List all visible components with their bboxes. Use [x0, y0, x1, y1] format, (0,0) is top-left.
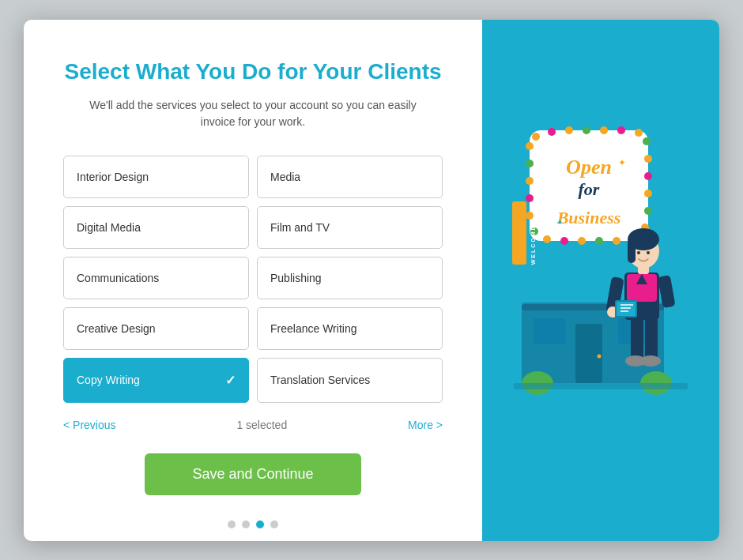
page-title: Select What You Do for Your Clients — [64, 59, 441, 85]
svg-point-5 — [600, 126, 608, 134]
svg-point-8 — [643, 137, 651, 145]
svg-point-45 — [640, 355, 661, 366]
save-continue-button[interactable]: Save and Continue — [145, 453, 360, 495]
svg-point-11 — [644, 190, 652, 197]
illustration: Open for Business ✦ ✦ WELCOME — [498, 122, 703, 438]
service-btn-creative-design[interactable]: Creative Design — [63, 307, 249, 350]
svg-rect-43 — [645, 316, 658, 359]
svg-point-2 — [548, 128, 556, 136]
svg-text:✦: ✦ — [556, 218, 563, 227]
svg-point-1 — [532, 133, 540, 141]
page-subtitle: We'll add the services you select to you… — [79, 97, 427, 130]
svg-point-37 — [598, 354, 602, 358]
service-btn-freelance-writing[interactable]: Freelance Writing — [257, 307, 443, 350]
svg-text:Business: Business — [556, 208, 621, 227]
service-btn-film-and-tv[interactable]: Film and TV — [257, 206, 443, 249]
svg-point-4 — [583, 126, 590, 134]
service-label-interior-design: Interior Design — [77, 171, 149, 183]
svg-text:Open: Open — [566, 156, 612, 179]
progress-dot-1 — [242, 521, 250, 528]
svg-point-10 — [644, 172, 652, 180]
selected-count: 1 selected — [236, 419, 287, 431]
svg-point-17 — [578, 237, 586, 245]
svg-point-9 — [644, 155, 652, 163]
service-label-media: Media — [270, 171, 300, 183]
svg-point-16 — [595, 237, 603, 245]
more-link[interactable]: More > — [408, 419, 443, 431]
navigation-row: < Previous 1 selected More > — [63, 419, 443, 431]
svg-point-56 — [637, 251, 640, 254]
svg-rect-41 — [514, 383, 688, 389]
service-btn-media[interactable]: Media — [257, 156, 443, 198]
service-label-digital-media: Digital Media — [77, 221, 141, 234]
svg-point-23 — [526, 177, 534, 185]
svg-rect-42 — [631, 316, 643, 359]
service-label-creative-design: Creative Design — [77, 322, 156, 335]
previous-link[interactable]: < Previous — [63, 419, 116, 431]
progress-dots — [228, 521, 278, 528]
svg-point-6 — [617, 126, 625, 134]
svg-point-24 — [526, 160, 534, 167]
svg-point-25 — [526, 142, 534, 150]
svg-point-22 — [526, 194, 534, 202]
service-btn-translation-services[interactable]: Translation Services — [257, 358, 443, 403]
svg-rect-36 — [575, 324, 602, 383]
checkmark-icon-copy-writing: ✓ — [225, 373, 236, 388]
progress-dot-2 — [256, 521, 264, 528]
svg-point-57 — [647, 251, 650, 254]
service-btn-publishing[interactable]: Publishing — [257, 257, 443, 299]
service-label-copy-writing: Copy Writing — [77, 374, 140, 386]
svg-rect-59 — [617, 302, 636, 316]
svg-rect-31 — [512, 201, 526, 265]
svg-point-3 — [565, 126, 573, 134]
right-panel: Open for Business ✦ ✦ WELCOME — [482, 20, 719, 541]
svg-point-12 — [644, 207, 652, 215]
progress-dot-0 — [228, 521, 236, 528]
svg-point-19 — [543, 235, 551, 243]
service-label-translation-services: Translation Services — [270, 374, 370, 386]
modal-container: Select What You Do for Your Clients We'l… — [24, 20, 719, 541]
svg-point-21 — [526, 212, 534, 220]
decoration-svg: Open for Business ✦ ✦ WELCOME — [498, 122, 703, 438]
svg-rect-55 — [628, 239, 636, 263]
svg-point-18 — [560, 237, 568, 245]
svg-text:WELCOME: WELCOME — [530, 224, 536, 265]
service-btn-communications[interactable]: Communications — [63, 257, 249, 299]
service-label-freelance-writing: Freelance Writing — [270, 322, 356, 335]
svg-point-15 — [613, 237, 620, 245]
progress-dot-3 — [270, 521, 278, 528]
svg-text:for: for — [579, 179, 600, 199]
svg-rect-34 — [534, 318, 565, 344]
svg-text:✦: ✦ — [618, 157, 626, 168]
service-btn-digital-media[interactable]: Digital Media — [63, 206, 249, 249]
service-btn-interior-design[interactable]: Interior Design — [63, 156, 249, 198]
service-label-film-and-tv: Film and TV — [270, 221, 330, 234]
service-btn-copy-writing[interactable]: Copy Writing✓ — [63, 358, 249, 403]
services-grid: Interior DesignMediaDigital MediaFilm an… — [63, 156, 443, 403]
service-label-communications: Communications — [77, 272, 159, 284]
service-label-publishing: Publishing — [270, 272, 322, 284]
left-panel: Select What You Do for Your Clients We'l… — [24, 20, 482, 541]
svg-point-7 — [635, 129, 643, 137]
